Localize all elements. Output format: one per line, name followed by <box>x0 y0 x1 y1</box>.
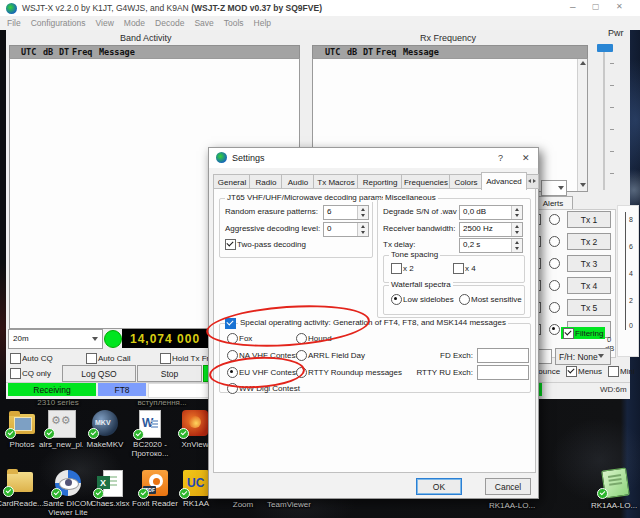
mini-checkbox[interactable] <box>608 366 619 377</box>
scrollbar[interactable] <box>577 59 587 191</box>
dialog-close-icon[interactable]: ✕ <box>522 153 530 163</box>
scale-tick: 4 <box>629 270 633 277</box>
tab-alerts[interactable]: Alerts <box>533 196 573 210</box>
gears-app-icon[interactable]: ⚙⚙ <box>48 410 74 436</box>
x2-label: x 2 <box>403 264 414 274</box>
tx2-button[interactable]: Tx 2 <box>567 233 611 250</box>
pwr-slider-track[interactable] <box>603 44 605 190</box>
chevron-down-icon <box>92 337 98 341</box>
makemkv-icon[interactable]: MKV <box>92 410 118 436</box>
excel-file-icon[interactable]: X <box>97 470 123 496</box>
filtering-checkbox[interactable] <box>563 328 574 339</box>
menu-save[interactable]: Save <box>189 16 218 30</box>
bandwidth-spinner[interactable]: 2500 Hz <box>459 222 523 237</box>
rk1aa-uc-icon[interactable]: UC <box>183 470 209 496</box>
cancel-button[interactable]: Cancel <box>485 478 531 495</box>
tx4-button[interactable]: Tx 4 <box>567 277 611 294</box>
tx6-radio[interactable] <box>549 324 560 335</box>
desktop-icon-label[interactable]: TeamViewer <box>261 500 317 509</box>
sante-dicom-icon[interactable] <box>55 470 81 496</box>
desktop-icon-label[interactable]: Протоко... <box>128 449 172 458</box>
sync-check-icon <box>3 486 14 497</box>
tx1-button[interactable]: Tx 1 <box>567 211 611 228</box>
auto-cq-checkbox[interactable] <box>10 353 21 364</box>
tx3-button[interactable]: Tx 3 <box>567 255 611 272</box>
menu-configurations[interactable]: Configurations <box>26 16 91 30</box>
scale-axis[interactable] <box>625 212 626 330</box>
two-pass-label: Two-pass decoding <box>237 240 306 250</box>
meter-value: 0 <box>607 335 611 344</box>
scroll-up-icon[interactable] <box>580 61 586 65</box>
tab-scroll-arrows[interactable] <box>526 174 539 189</box>
x4-checkbox[interactable] <box>453 263 464 274</box>
scale-tick: 6 <box>629 243 633 250</box>
log-qso-button[interactable]: Log QSO <box>62 365 136 382</box>
desktop-icon-label[interactable]: Photos <box>0 440 44 449</box>
frequency-value: 14,074 000 <box>130 332 200 346</box>
tab-advanced[interactable]: Advanced <box>481 172 527 190</box>
folder-photos-icon[interactable] <box>9 412 35 436</box>
desktop-icon-label[interactable]: MakeMKV <box>83 440 127 449</box>
desktop-icon-label[interactable]: RK1AA-LO... <box>586 501 640 510</box>
desktop-icon-label[interactable]: RK1AA-LO... <box>484 501 540 510</box>
desktop-icon-label[interactable]: Viewer Lite <box>40 508 96 517</box>
foxit-reader-icon[interactable]: PDF <box>142 470 168 496</box>
cq-only-checkbox[interactable] <box>10 368 21 379</box>
menu-view[interactable]: View <box>91 16 119 30</box>
pwr-slider-handle[interactable] <box>597 44 613 52</box>
maximize-icon[interactable]: ▢ <box>592 2 600 11</box>
word-doc-icon[interactable]: W <box>137 410 161 437</box>
tx5-button[interactable]: Tx 5 <box>567 299 611 316</box>
x2-checkbox[interactable] <box>391 263 402 274</box>
sync-check-icon <box>88 428 99 439</box>
dialog-help-icon[interactable]: ? <box>498 153 503 164</box>
menus-checkbox[interactable] <box>566 366 577 377</box>
close-icon[interactable]: ✕ <box>616 2 623 11</box>
tx5-radio[interactable] <box>549 302 560 313</box>
tx3-radio[interactable] <box>549 258 560 269</box>
ok-button[interactable]: OK <box>416 478 462 495</box>
wsjtx-title-bar[interactable]: WSJT-X v2.2.0 by K1JT, G4WJS, and K9AN (… <box>0 0 640 16</box>
low-sidelobes-radio[interactable] <box>391 294 402 305</box>
auto-cq-label: Auto CQ <box>22 354 53 364</box>
band-combo[interactable]: 20m <box>8 329 103 349</box>
tx-delay-label: Tx delay: <box>383 240 415 250</box>
arrl-field-day-radio[interactable] <box>296 350 307 361</box>
scale-tick: 8 <box>629 216 633 223</box>
folder-cardreader-icon[interactable] <box>7 470 33 494</box>
desktop-icon-label[interactable]: alrs_new_pl... <box>39 440 83 449</box>
menu-file[interactable]: File <box>2 16 26 30</box>
rk1aa-log-notepad-icon[interactable] <box>601 468 628 496</box>
status-lamp <box>104 330 122 348</box>
arrl-field-day-label: ARRL Field Day <box>308 351 365 361</box>
misc-group-title: Miscellaneous <box>383 193 438 202</box>
scroll-down-icon[interactable] <box>580 183 586 187</box>
menu-decode[interactable]: Decode <box>150 16 189 30</box>
stop-button[interactable]: Stop <box>137 365 202 382</box>
combo-fragment[interactable] <box>541 180 567 196</box>
aggressive-level-spinner[interactable]: 0 <box>323 222 369 237</box>
menu-tools[interactable]: Tools <box>219 16 249 30</box>
rtty-ru-exch-field[interactable] <box>477 365 529 380</box>
tx1-radio[interactable] <box>549 214 560 225</box>
menu-help[interactable]: Help <box>249 16 276 30</box>
tx2-radio[interactable] <box>549 236 560 247</box>
two-pass-checkbox[interactable] <box>225 239 236 250</box>
fd-exch-field[interactable] <box>477 348 529 363</box>
desktop-icon-label[interactable]: BC2020 - <box>128 440 172 449</box>
random-erasure-spinner[interactable]: 6 <box>323 205 369 220</box>
desktop-label-partial[interactable]: вступлення... <box>124 398 200 407</box>
degrade-spinner[interactable]: 0,0 dB <box>459 205 523 220</box>
hold-tx-checkbox[interactable] <box>160 353 171 364</box>
tx-delay-spinner[interactable]: 0,2 s <box>459 238 523 253</box>
minimize-icon[interactable]: – <box>570 1 576 12</box>
dialog-title-bar[interactable]: Settings ? ✕ <box>209 148 538 168</box>
menu-mode[interactable]: Mode <box>119 16 150 30</box>
most-sensitive-radio[interactable] <box>459 294 470 305</box>
random-erasure-label: Random erasure patterns: <box>225 207 318 217</box>
xnview-icon[interactable] <box>182 410 208 436</box>
rtty-ru-exch-label: RTTY RU Exch: <box>377 368 473 378</box>
auto-call-checkbox[interactable] <box>86 353 97 364</box>
tx4-radio[interactable] <box>549 280 560 291</box>
desktop-label-partial[interactable]: 2310 series <box>20 398 96 407</box>
